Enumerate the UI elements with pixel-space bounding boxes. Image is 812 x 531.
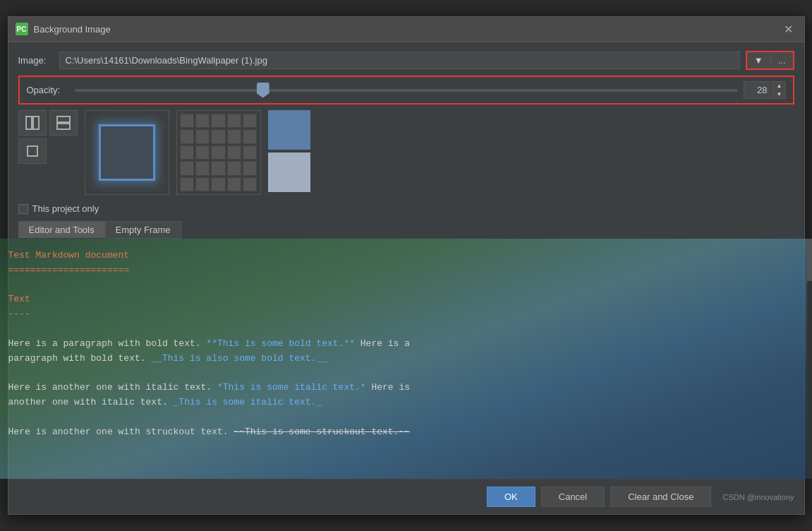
color-previews bbox=[268, 110, 310, 192]
grid-cell bbox=[180, 114, 194, 128]
line-blank1 bbox=[8, 278, 804, 293]
image-action-buttons: ▼ ... bbox=[746, 51, 794, 70]
tiling-bottom-row bbox=[18, 138, 78, 164]
opacity-decrement[interactable]: ▼ bbox=[774, 90, 785, 99]
line-divider1: ====================== bbox=[8, 263, 804, 278]
image-label: Image: bbox=[18, 55, 54, 66]
grid-cell bbox=[227, 129, 241, 143]
color-preview-light bbox=[268, 153, 310, 192]
opacity-value-box: 28 ▲ ▼ bbox=[744, 81, 786, 99]
ok-button[interactable]: OK bbox=[487, 487, 535, 507]
close-button[interactable]: ✕ bbox=[780, 21, 797, 37]
grid-cell bbox=[211, 177, 225, 191]
project-row: This project only bbox=[18, 203, 794, 214]
grid-preview bbox=[176, 110, 261, 195]
opacity-spinner: ▲ ▼ bbox=[773, 82, 785, 98]
center-preview-inner bbox=[99, 124, 155, 181]
grid-cell bbox=[180, 177, 194, 191]
grid-cell bbox=[227, 114, 241, 128]
opacity-slider[interactable] bbox=[75, 89, 738, 92]
project-only-checkbox[interactable] bbox=[18, 204, 28, 214]
project-only-label: This project only bbox=[32, 203, 99, 214]
grid-cell bbox=[243, 129, 257, 143]
svg-rect-3 bbox=[57, 124, 70, 129]
watermark: CSDN @innovationy bbox=[722, 493, 794, 501]
tiling-horizontal-btn[interactable] bbox=[49, 110, 78, 136]
grid-cell bbox=[243, 114, 257, 128]
svg-rect-1 bbox=[33, 117, 39, 129]
tiling-options bbox=[18, 110, 78, 164]
line-italic1: Here is another one with italic text. *T… bbox=[8, 381, 804, 395]
line-blank4 bbox=[8, 410, 804, 425]
background-image-dialog: PC Background Image ✕ Image: ▼ ... Opaci… bbox=[8, 16, 805, 515]
cancel-button[interactable]: Cancel bbox=[541, 487, 605, 507]
svg-rect-2 bbox=[57, 117, 70, 122]
tab-empty-frame[interactable]: Empty Frame bbox=[105, 221, 181, 239]
grid-cell bbox=[211, 129, 225, 143]
image-row: Image: ▼ ... bbox=[18, 51, 794, 70]
editor-preview: Test Markdown document =================… bbox=[0, 239, 812, 479]
svg-rect-4 bbox=[28, 146, 37, 156]
tiling-single-btn[interactable] bbox=[18, 138, 47, 164]
grid-cell bbox=[195, 114, 210, 128]
line-bold1: Here is a paragraph with bold text. **Th… bbox=[8, 337, 804, 352]
grid-cell bbox=[227, 145, 241, 160]
grid-cell bbox=[195, 161, 210, 175]
preview-row bbox=[18, 110, 794, 195]
grid-cell bbox=[227, 161, 241, 175]
dialog-title: Background Image bbox=[34, 24, 111, 35]
dialog-content: Image: ▼ ... Opacity: 28 ▲ ▼ bbox=[8, 42, 804, 239]
line-blank2 bbox=[8, 322, 804, 337]
image-browse-button[interactable]: ... bbox=[771, 52, 793, 68]
opacity-increment[interactable]: ▲ bbox=[774, 82, 785, 90]
line-blank3 bbox=[8, 366, 804, 381]
editor-content: Test Markdown document =================… bbox=[0, 239, 812, 449]
line-italic2: another one with italic text. _This is s… bbox=[8, 395, 804, 410]
grid-cell bbox=[243, 161, 257, 175]
title-bar-left: PC Background Image bbox=[16, 23, 111, 35]
grid-cell bbox=[180, 129, 194, 143]
line-heading2: Text bbox=[8, 292, 804, 307]
tab-editor-tools[interactable]: Editor and Tools bbox=[18, 221, 105, 239]
center-preview bbox=[85, 110, 169, 195]
svg-rect-0 bbox=[26, 117, 32, 129]
opacity-value: 28 bbox=[744, 83, 773, 97]
opacity-label: Opacity: bbox=[27, 85, 69, 95]
grid-cell bbox=[195, 129, 210, 143]
line-divider2: ---- bbox=[8, 307, 804, 322]
dialog-footer: OK Cancel Clear and Close CSDN @innovati… bbox=[8, 479, 804, 514]
tabs-row: Editor and Tools Empty Frame bbox=[18, 221, 794, 239]
line-bold2: paragraph with bold text. __This is also… bbox=[8, 352, 804, 366]
app-icon: PC bbox=[16, 23, 28, 35]
clear-close-button[interactable]: Clear and Close bbox=[610, 487, 711, 507]
grid-cell bbox=[243, 145, 257, 160]
color-preview-dark bbox=[268, 110, 310, 150]
grid-cell bbox=[211, 145, 225, 160]
grid-cell bbox=[180, 161, 194, 175]
image-path-input[interactable] bbox=[59, 52, 740, 69]
grid-cell bbox=[211, 114, 225, 128]
grid-cell bbox=[211, 161, 225, 175]
tiling-top-row bbox=[18, 110, 78, 136]
tiling-vertical-btn[interactable] bbox=[18, 110, 47, 136]
line-heading1: Test Markdown document bbox=[8, 249, 804, 263]
title-bar: PC Background Image ✕ bbox=[8, 17, 804, 42]
grid-cell bbox=[195, 177, 210, 191]
image-dropdown-button[interactable]: ▼ bbox=[747, 52, 771, 68]
opacity-row: Opacity: 28 ▲ ▼ bbox=[18, 76, 794, 105]
line-strike1: Here is another one with struckout text.… bbox=[8, 425, 804, 440]
grid-cell bbox=[195, 145, 210, 160]
grid-cell bbox=[180, 145, 194, 160]
grid-cell bbox=[227, 177, 241, 191]
opacity-slider-container bbox=[75, 83, 738, 97]
grid-cell bbox=[243, 177, 257, 191]
